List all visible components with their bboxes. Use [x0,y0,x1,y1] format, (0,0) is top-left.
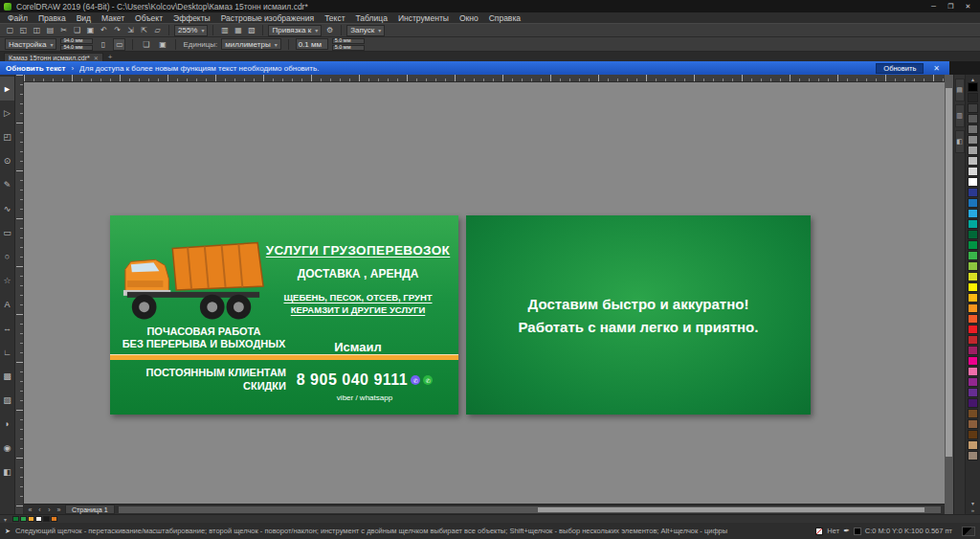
nudge-distance-field[interactable]: 0.1 мм [296,38,328,50]
docker-tab-properties[interactable]: ▤ [955,79,965,101]
duplicate-distance-x-field[interactable]: 5.0 мм [332,38,365,44]
launch-select[interactable]: Запуск ▾ [346,25,385,36]
color-swatch[interactable] [968,167,978,176]
color-swatch[interactable] [968,240,978,250]
card-subtitle-text[interactable]: ДОСТАВКА , АРЕНДА [263,267,453,281]
close-icon[interactable]: ✕ [94,55,99,61]
business-card-back[interactable]: Доставим быстро и аккуратно! Работать с … [466,215,811,415]
open-button[interactable]: ◱ [17,24,30,36]
options-gear-button[interactable]: ⚙ [323,24,336,36]
color-swatch[interactable] [43,516,50,522]
artistic-media-tool[interactable]: ∿ [0,196,14,220]
color-swatch[interactable] [968,251,978,260]
color-swatch[interactable] [968,156,978,166]
color-swatch[interactable] [968,282,978,292]
color-swatch[interactable] [968,103,978,113]
horizontal-ruler[interactable] [24,75,945,82]
snap-to-select[interactable]: Привязка к ▾ [268,25,322,36]
card-discount-text[interactable]: ПОСТОЯННЫМ КЛИЕНТАМ СКИДКИ [122,367,286,393]
page-size-preset-select[interactable]: Настройка ▾ [5,38,56,50]
minimize-button[interactable]: ─ [925,1,942,12]
color-swatch[interactable] [968,419,978,429]
color-swatch[interactable] [968,398,978,408]
last-page-button[interactable]: » [55,505,63,514]
color-swatch[interactable] [20,516,27,522]
smart-fill-tool[interactable]: ◧ [0,460,14,483]
menu-bitmaps[interactable]: Растровые изображения [221,13,314,23]
docker-tab-fill[interactable]: ◧ [955,130,965,153]
pick-tool[interactable]: ► [0,77,14,101]
card-contact-name[interactable]: Исмаил [263,340,453,354]
color-swatch[interactable] [968,272,978,281]
menu-table[interactable]: Таблица [356,13,388,23]
zoom-tool[interactable]: ⊙ [0,148,14,172]
docker-tab-objects[interactable]: ▥ [955,104,965,127]
ellipse-tool[interactable]: ○ [0,244,14,268]
card-back-line1[interactable]: Доставим быстро и аккуратно! [528,296,749,312]
color-swatch[interactable] [51,516,57,522]
show-grid-toggle[interactable]: ▦ [232,24,244,36]
color-swatch[interactable] [968,261,978,271]
color-swatch[interactable] [28,516,34,522]
color-swatch[interactable] [968,377,978,387]
copy-button[interactable]: ❏ [71,24,83,36]
menu-view[interactable]: Вид [77,13,91,23]
menu-edit[interactable]: Правка [38,13,66,23]
color-swatch[interactable] [968,335,978,345]
card-title-text[interactable]: УСЛУГИ ГРУЗОПЕРЕВОЗОК [263,243,453,258]
card-phone-row[interactable]: 8 905 040 9111 ✆ ✆ [280,371,449,389]
vertical-scrollbar-thumb[interactable] [946,88,952,458]
color-swatch[interactable] [968,93,978,102]
card-services-line2[interactable]: КЕРАМЗИТ И ДРУГИЕ УСЛУГИ [263,304,453,315]
color-swatch[interactable] [968,451,978,460]
interactive-fill-tool[interactable]: ◉ [0,436,14,460]
close-notification-icon[interactable]: ✕ [929,64,944,73]
card-phone-number[interactable]: 8 905 040 9111 [297,371,408,389]
new-document-button[interactable]: ▢ [4,24,16,36]
first-page-button[interactable]: « [26,505,34,514]
show-guidelines-toggle[interactable]: ▧ [245,24,257,36]
paste-button[interactable]: ▣ [84,24,97,36]
rectangle-tool[interactable]: ▭ [0,220,14,244]
color-swatch[interactable] [968,82,978,92]
menu-effects[interactable]: Эффекты [173,13,211,23]
publish-pdf-button[interactable]: ▱ [151,24,164,36]
crop-tool[interactable]: ◰ [0,124,14,148]
show-rulers-toggle[interactable]: ▥ [218,24,231,36]
page-width-field[interactable]: 94.0 мм [60,38,93,44]
horizontal-scrollbar[interactable] [119,506,941,513]
color-swatch[interactable] [968,219,978,229]
vertical-ruler[interactable] [15,75,24,514]
menu-object[interactable]: Объект [135,13,163,23]
color-swatch[interactable] [968,146,978,155]
color-swatch[interactable] [968,230,978,239]
palette-scroll-down-button[interactable]: ▾ [971,499,974,506]
menu-text[interactable]: Текст [324,13,345,23]
menu-file[interactable]: Файл [8,13,28,23]
fill-outline-wells[interactable] [962,527,975,536]
card-services-line1[interactable]: ЩЕБЕНЬ, ПЕСОК, ОТСЕВ, ГРУНТ [263,292,453,303]
freehand-tool[interactable]: ✎ [0,172,14,196]
menu-window[interactable]: Окно [459,13,479,23]
current-page-button[interactable]: ▣ [156,38,168,51]
undo-button[interactable]: ↶ [98,24,110,36]
color-swatch[interactable] [968,124,978,134]
maximize-button[interactable]: ❐ [943,1,959,12]
polygon-tool[interactable]: ☆ [0,268,14,292]
menu-tools[interactable]: Инструменты [398,13,449,23]
palette-flyout-button[interactable]: » [971,506,974,514]
color-swatch[interactable] [968,198,978,208]
menu-help[interactable]: Справка [489,13,521,23]
color-swatch[interactable] [968,325,978,334]
next-page-button[interactable]: › [45,505,54,514]
palette-scroll-up-button[interactable]: ▴ [971,75,974,82]
units-select[interactable]: миллиметры ▾ [221,38,280,50]
color-swatch[interactable] [968,388,978,397]
color-swatch[interactable] [968,177,978,187]
color-swatch[interactable] [968,356,978,366]
color-swatch[interactable] [968,440,978,450]
shadow-tool[interactable]: ▩ [0,364,14,388]
page-tab[interactable]: Страница 1 [65,505,115,514]
import-button[interactable]: ⇲ [124,24,137,36]
eyedropper-tool[interactable]: ◗ [0,412,14,436]
